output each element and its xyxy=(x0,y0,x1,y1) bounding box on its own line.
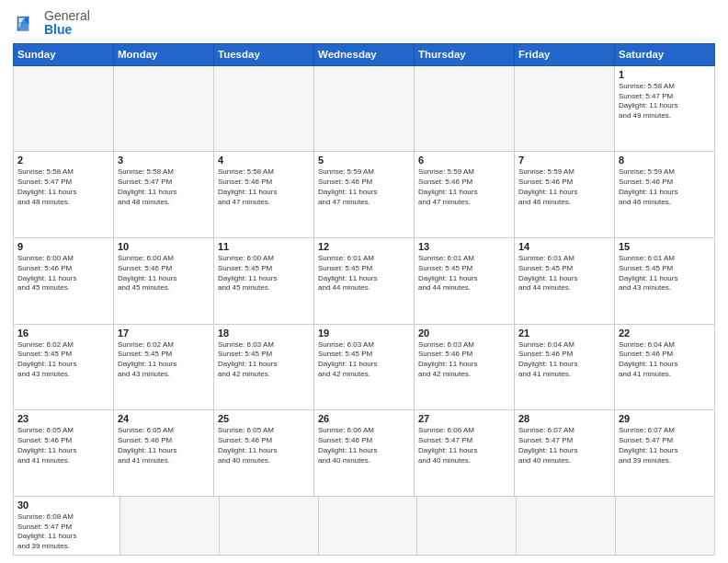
day-info: Sunrise: 6:02 AM Sunset: 5:45 PM Dayligh… xyxy=(118,340,210,380)
calendar-table: SundayMondayTuesdayWednesdayThursdayFrid… xyxy=(13,43,715,497)
weekday-header-wednesday: Wednesday xyxy=(314,43,415,65)
day-number: 10 xyxy=(118,241,210,252)
day-number: 17 xyxy=(118,327,210,339)
day-info: Sunrise: 6:04 AM Sunset: 5:46 PM Dayligh… xyxy=(619,340,711,380)
day-cell xyxy=(114,65,214,152)
week-row-1: 1Sunrise: 5:58 AM Sunset: 5:47 PM Daylig… xyxy=(14,65,715,152)
week-row-4: 16Sunrise: 6:02 AM Sunset: 5:45 PM Dayli… xyxy=(14,324,715,410)
day-info: Sunrise: 6:05 AM Sunset: 5:46 PM Dayligh… xyxy=(17,426,109,465)
day-cell: 2Sunrise: 5:58 AM Sunset: 5:47 PM Daylig… xyxy=(14,152,114,238)
day-info: Sunrise: 6:00 AM Sunset: 5:46 PM Dayligh… xyxy=(118,254,210,293)
day-cell: 28Sunrise: 6:07 AM Sunset: 5:47 PM Dayli… xyxy=(515,410,615,497)
day-number: 22 xyxy=(619,327,711,339)
day-info: Sunrise: 6:03 AM Sunset: 5:45 PM Dayligh… xyxy=(218,340,310,380)
day-info: Sunrise: 5:59 AM Sunset: 5:46 PM Dayligh… xyxy=(318,167,410,207)
day-cell xyxy=(314,65,415,152)
day-number: 2 xyxy=(17,155,109,166)
day-number: 27 xyxy=(418,413,510,424)
page: General Blue SundayMondayTuesdayWednesda… xyxy=(0,0,728,563)
day-number-30: 30 xyxy=(17,500,116,511)
day-info: Sunrise: 5:59 AM Sunset: 5:46 PM Dayligh… xyxy=(418,167,510,207)
day-cell: 18Sunrise: 6:03 AM Sunset: 5:45 PM Dayli… xyxy=(214,324,314,410)
day-cell xyxy=(415,65,515,152)
empty-day-cell xyxy=(120,497,220,555)
day-cell: 19Sunrise: 6:03 AM Sunset: 5:45 PM Dayli… xyxy=(314,324,415,410)
day-number: 6 xyxy=(418,155,510,166)
day-info: Sunrise: 5:58 AM Sunset: 5:47 PM Dayligh… xyxy=(17,167,109,207)
day-cell xyxy=(214,65,314,152)
logo: General Blue xyxy=(13,9,90,38)
day-number: 8 xyxy=(619,155,711,166)
svg-rect-6 xyxy=(18,23,28,25)
day-number: 7 xyxy=(518,155,610,166)
header: General Blue xyxy=(13,9,715,38)
empty-day-cell xyxy=(517,497,616,555)
day-cell: 22Sunrise: 6:04 AM Sunset: 5:46 PM Dayli… xyxy=(615,324,715,410)
day-number: 14 xyxy=(518,241,610,252)
day-cell: 3Sunrise: 5:58 AM Sunset: 5:47 PM Daylig… xyxy=(114,152,214,238)
day-cell: 24Sunrise: 6:05 AM Sunset: 5:46 PM Dayli… xyxy=(114,410,214,497)
empty-day-cell xyxy=(417,497,517,555)
day-number: 21 xyxy=(518,327,610,339)
day-info: Sunrise: 6:05 AM Sunset: 5:46 PM Dayligh… xyxy=(218,426,310,465)
day-info: Sunrise: 6:03 AM Sunset: 5:46 PM Dayligh… xyxy=(418,340,510,380)
logo-icon xyxy=(13,10,40,36)
day-info: Sunrise: 6:06 AM Sunset: 5:46 PM Dayligh… xyxy=(318,426,410,465)
empty-day-cell xyxy=(616,497,714,555)
day-number: 9 xyxy=(17,241,109,252)
day-cell xyxy=(14,65,114,152)
day-number: 29 xyxy=(619,413,711,424)
day-info: Sunrise: 6:01 AM Sunset: 5:45 PM Dayligh… xyxy=(518,254,610,293)
day-cell: 21Sunrise: 6:04 AM Sunset: 5:46 PM Dayli… xyxy=(515,324,615,410)
day-cell xyxy=(515,65,615,152)
day-number: 12 xyxy=(318,241,410,252)
day-cell: 12Sunrise: 6:01 AM Sunset: 5:45 PM Dayli… xyxy=(314,237,415,324)
day-number: 20 xyxy=(418,327,510,339)
day-number: 13 xyxy=(418,241,510,252)
day-cell: 5Sunrise: 5:59 AM Sunset: 5:46 PM Daylig… xyxy=(314,152,415,238)
day-info: Sunrise: 5:58 AM Sunset: 5:47 PM Dayligh… xyxy=(118,167,210,207)
day-cell: 1Sunrise: 5:58 AM Sunset: 5:47 PM Daylig… xyxy=(615,65,715,152)
day-info: Sunrise: 6:01 AM Sunset: 5:45 PM Dayligh… xyxy=(418,254,510,293)
day-info: Sunrise: 6:07 AM Sunset: 5:47 PM Dayligh… xyxy=(619,426,711,465)
day-info: Sunrise: 6:00 AM Sunset: 5:45 PM Dayligh… xyxy=(218,254,310,293)
day-number: 15 xyxy=(619,241,711,252)
day-number: 1 xyxy=(619,69,711,80)
day-cell: 29Sunrise: 6:07 AM Sunset: 5:47 PM Dayli… xyxy=(615,410,715,497)
day-cell: 9Sunrise: 6:00 AM Sunset: 5:46 PM Daylig… xyxy=(14,237,114,324)
weekday-header-thursday: Thursday xyxy=(415,43,515,65)
weekday-header-row: SundayMondayTuesdayWednesdayThursdayFrid… xyxy=(14,43,715,65)
day-cell: 17Sunrise: 6:02 AM Sunset: 5:45 PM Dayli… xyxy=(114,324,214,410)
day-cell: 10Sunrise: 6:00 AM Sunset: 5:46 PM Dayli… xyxy=(114,237,214,324)
day-info: Sunrise: 6:00 AM Sunset: 5:46 PM Dayligh… xyxy=(17,254,109,293)
day-number: 3 xyxy=(118,155,210,166)
last-week-row: 30Sunrise: 6:08 AM Sunset: 5:47 PM Dayli… xyxy=(13,497,715,556)
day-number: 23 xyxy=(17,413,109,424)
week-row-5: 23Sunrise: 6:05 AM Sunset: 5:46 PM Dayli… xyxy=(14,410,715,497)
day-info-30: Sunrise: 6:08 AM Sunset: 5:47 PM Dayligh… xyxy=(17,512,116,552)
weekday-header-monday: Monday xyxy=(114,43,214,65)
day-cell: 27Sunrise: 6:06 AM Sunset: 5:47 PM Dayli… xyxy=(415,410,515,497)
day-cell: 4Sunrise: 5:58 AM Sunset: 5:46 PM Daylig… xyxy=(214,152,314,238)
day-cell: 23Sunrise: 6:05 AM Sunset: 5:46 PM Dayli… xyxy=(14,410,114,497)
weekday-header-tuesday: Tuesday xyxy=(214,43,314,65)
logo-text: General Blue xyxy=(44,9,90,38)
day-info: Sunrise: 6:04 AM Sunset: 5:46 PM Dayligh… xyxy=(518,340,610,380)
day-info: Sunrise: 6:01 AM Sunset: 5:45 PM Dayligh… xyxy=(318,254,410,293)
day-info: Sunrise: 6:07 AM Sunset: 5:47 PM Dayligh… xyxy=(518,426,610,465)
day-info: Sunrise: 5:58 AM Sunset: 5:47 PM Dayligh… xyxy=(619,82,711,121)
day-cell-30: 30Sunrise: 6:08 AM Sunset: 5:47 PM Dayli… xyxy=(14,497,120,555)
day-info: Sunrise: 6:03 AM Sunset: 5:45 PM Dayligh… xyxy=(318,340,410,380)
day-number: 18 xyxy=(218,327,310,339)
day-info: Sunrise: 6:01 AM Sunset: 5:45 PM Dayligh… xyxy=(619,254,711,293)
day-number: 4 xyxy=(218,155,310,166)
day-info: Sunrise: 5:59 AM Sunset: 5:46 PM Dayligh… xyxy=(518,167,610,207)
day-number: 5 xyxy=(318,155,410,166)
day-cell: 25Sunrise: 6:05 AM Sunset: 5:46 PM Dayli… xyxy=(214,410,314,497)
day-cell: 6Sunrise: 5:59 AM Sunset: 5:46 PM Daylig… xyxy=(415,152,515,238)
day-cell: 7Sunrise: 5:59 AM Sunset: 5:46 PM Daylig… xyxy=(515,152,615,238)
day-cell: 11Sunrise: 6:00 AM Sunset: 5:45 PM Dayli… xyxy=(214,237,314,324)
day-number: 24 xyxy=(118,413,210,424)
day-cell: 13Sunrise: 6:01 AM Sunset: 5:45 PM Dayli… xyxy=(415,237,515,324)
day-number: 25 xyxy=(218,413,310,424)
